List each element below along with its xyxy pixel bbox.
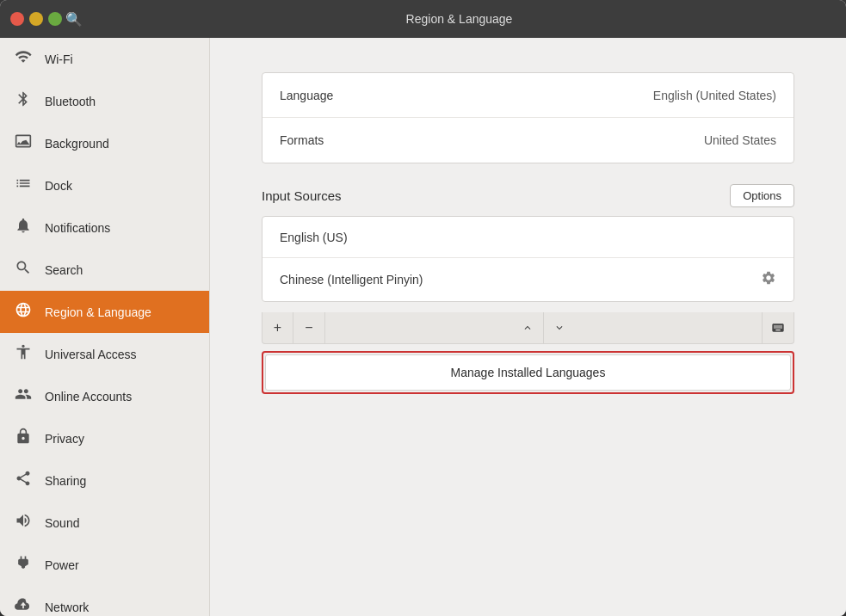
sound-icon: [14, 512, 33, 533]
content-area: Wi-Fi Bluetooth Background Dock: [0, 38, 846, 616]
sidebar-item-wifi[interactable]: Wi-Fi: [0, 38, 209, 80]
input-source-english-label: English (US): [280, 231, 776, 244]
manage-installed-languages-button[interactable]: Manage Installed Languages: [265, 354, 791, 391]
keyboard-layout-button[interactable]: [763, 312, 794, 343]
network-icon: [14, 596, 33, 616]
sidebar-item-dock[interactable]: Dock: [0, 164, 209, 206]
input-source-row-chinese[interactable]: Chinese (Intelligent Pinyin): [262, 258, 794, 301]
language-card: Language English (United States) Formats…: [262, 72, 794, 163]
sidebar-item-notifications[interactable]: Notifications: [0, 206, 209, 249]
sidebar-label-region: Region & Language: [45, 305, 195, 319]
sidebar-label-search: Search: [45, 263, 195, 277]
sidebar-label-sharing: Sharing: [45, 474, 195, 488]
sidebar-item-online-accounts[interactable]: Online Accounts: [0, 375, 209, 417]
input-sources-title: Input Sources: [262, 188, 342, 203]
close-button[interactable]: [10, 12, 24, 26]
window-controls: [10, 12, 62, 26]
input-source-row-english[interactable]: English (US): [262, 217, 794, 258]
dock-icon: [14, 175, 33, 196]
input-source-chinese-label: Chinese (Intelligent Pinyin): [280, 273, 761, 286]
sidebar-item-sharing[interactable]: Sharing: [0, 459, 209, 502]
sidebar-label-online-accounts: Online Accounts: [45, 390, 195, 403]
sidebar-item-background[interactable]: Background: [0, 122, 209, 164]
sidebar-label-notifications: Notifications: [45, 221, 195, 235]
toolbar-center-buttons: [325, 312, 762, 343]
background-icon: [14, 132, 33, 154]
language-label: Language: [280, 89, 653, 102]
online-accounts-icon: [14, 385, 33, 407]
remove-input-source-button[interactable]: −: [293, 312, 324, 343]
maximize-button[interactable]: [48, 12, 62, 26]
power-icon: [14, 554, 33, 576]
wifi-icon: [14, 48, 33, 70]
window-title: Region & Language: [83, 12, 836, 26]
search-icon: 🔍: [65, 11, 83, 28]
sidebar-item-region[interactable]: Region & Language: [0, 291, 209, 333]
region-icon: [14, 301, 33, 323]
sidebar-item-search[interactable]: Search: [0, 249, 209, 291]
language-value: English (United States): [653, 89, 776, 102]
sidebar-item-power[interactable]: Power: [0, 544, 209, 586]
input-sources-header: Input Sources Options: [262, 184, 794, 207]
sidebar-item-bluetooth[interactable]: Bluetooth: [0, 80, 209, 122]
sidebar-label-sound: Sound: [45, 516, 195, 530]
sidebar-label-universal-access: Universal Access: [45, 348, 195, 361]
formats-row[interactable]: Formats United States: [262, 118, 794, 163]
options-button[interactable]: Options: [730, 184, 794, 207]
sidebar-label-privacy: Privacy: [45, 432, 195, 446]
sidebar-item-network[interactable]: Network: [0, 586, 209, 616]
sidebar-item-sound[interactable]: Sound: [0, 502, 209, 544]
add-input-source-button[interactable]: +: [262, 312, 293, 343]
sidebar: Wi-Fi Bluetooth Background Dock: [0, 38, 210, 616]
sidebar-item-privacy[interactable]: Privacy: [0, 417, 209, 459]
search-sidebar-icon: [14, 259, 33, 280]
move-down-button[interactable]: [544, 312, 575, 343]
toolbar-right-buttons: [762, 312, 794, 343]
titlebar-search[interactable]: 🔍: [65, 11, 83, 28]
titlebar: 🔍 Region & Language: [0, 0, 846, 38]
notifications-icon: [14, 217, 33, 238]
formats-value: United States: [704, 133, 776, 147]
sidebar-label-background: Background: [45, 137, 195, 151]
toolbar-left-buttons: + −: [262, 312, 325, 343]
manage-languages-container: Manage Installed Languages: [262, 351, 794, 394]
sidebar-item-universal-access[interactable]: Universal Access: [0, 333, 209, 375]
main-window: 🔍 Region & Language Wi-Fi Bluetooth: [0, 0, 846, 616]
sidebar-label-wifi: Wi-Fi: [45, 52, 195, 66]
bluetooth-icon: [14, 90, 33, 112]
language-row[interactable]: Language English (United States): [262, 73, 794, 118]
input-sources-card: English (US) Chinese (Intelligent Pinyin…: [262, 216, 794, 302]
privacy-icon: [14, 428, 33, 449]
sidebar-label-dock: Dock: [45, 179, 195, 193]
move-up-button[interactable]: [513, 312, 544, 343]
minimize-button[interactable]: [29, 12, 43, 26]
sharing-icon: [14, 470, 33, 491]
main-content: Language English (United States) Formats…: [210, 38, 846, 616]
sidebar-label-bluetooth: Bluetooth: [45, 95, 195, 108]
sidebar-label-network: Network: [45, 601, 195, 614]
sidebar-label-power: Power: [45, 558, 195, 572]
input-sources-toolbar: + −: [262, 312, 794, 344]
universal-access-icon: [14, 343, 33, 365]
settings-gear-icon[interactable]: [761, 270, 776, 289]
formats-label: Formats: [280, 133, 704, 147]
